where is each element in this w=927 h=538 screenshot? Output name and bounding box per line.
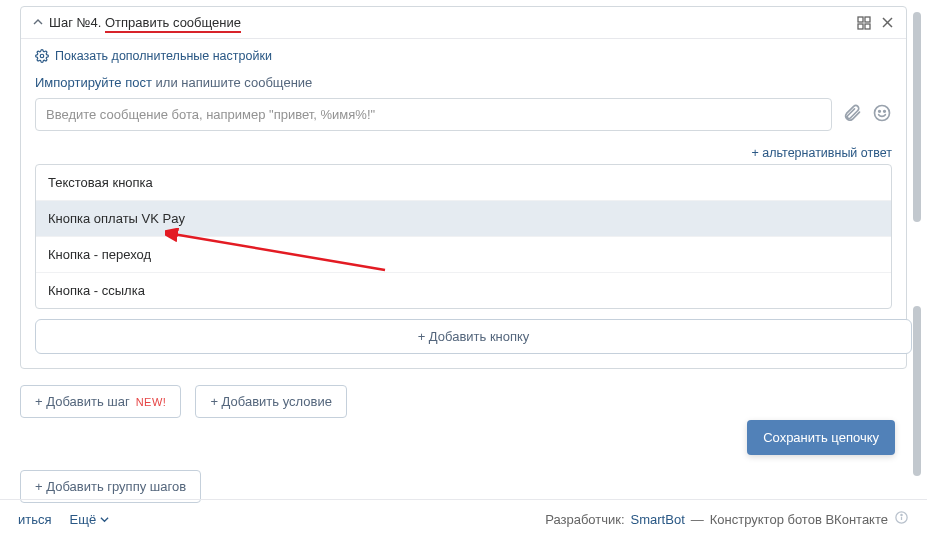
step-prefix: Шаг №4. <box>49 15 101 30</box>
attachment-icon[interactable] <box>842 103 862 126</box>
add-step-label: + Добавить шаг <box>35 394 130 409</box>
developer-link[interactable]: SmartBot <box>631 512 685 527</box>
svg-rect-1 <box>865 17 870 22</box>
scrollbar[interactable] <box>913 6 923 498</box>
dropdown-item-transition-button[interactable]: Кнопка - переход <box>36 236 891 272</box>
step-card: Шаг №4. Отправить сообщение <box>20 6 907 369</box>
chevron-down-icon <box>100 515 109 524</box>
alternative-answer-link[interactable]: + альтернативный ответ <box>752 146 892 160</box>
save-chain-button[interactable]: Сохранить цепочку <box>747 420 895 455</box>
svg-point-6 <box>40 54 44 58</box>
emoji-icon[interactable] <box>872 103 892 126</box>
step-header[interactable]: Шаг №4. Отправить сообщение <box>21 7 906 39</box>
footer-tagline: Конструктор ботов ВКонтакте <box>710 512 888 527</box>
bot-message-input[interactable]: Введите сообщение бота, например "привет… <box>35 98 832 131</box>
add-step-button[interactable]: + Добавить шаг NEW! <box>20 385 181 418</box>
show-advanced-settings-label: Показать дополнительные настройки <box>55 49 272 63</box>
svg-rect-0 <box>858 17 863 22</box>
scroll-thumb[interactable] <box>913 12 921 222</box>
add-condition-button[interactable]: + Добавить условие <box>195 385 346 418</box>
import-post-link[interactable]: Импортируйте пост <box>35 75 152 90</box>
collapse-caret-icon[interactable] <box>33 15 43 30</box>
add-button-button[interactable]: + Добавить кнопку <box>35 319 912 354</box>
bot-message-placeholder: Введите сообщение бота, например "привет… <box>46 107 375 122</box>
svg-point-9 <box>884 111 886 113</box>
svg-rect-2 <box>858 24 863 29</box>
button-type-dropdown: Текстовая кнопка Кнопка оплаты VK Pay Кн… <box>35 164 892 309</box>
footer-link-more-label: Ещё <box>70 512 97 527</box>
footer-link-more[interactable]: Ещё <box>70 512 110 527</box>
add-condition-label: + Добавить условие <box>210 394 331 409</box>
dropdown-item-vk-pay-button[interactable]: Кнопка оплаты VK Pay <box>36 200 891 236</box>
grid-icon[interactable] <box>857 16 871 30</box>
page-footer: иться Ещё Разработчик: SmartBot — Констр… <box>0 499 927 538</box>
step-title: Шаг №4. Отправить сообщение <box>49 15 241 30</box>
svg-rect-3 <box>865 24 870 29</box>
import-or-write-row: Импортируйте пост или напишите сообщение <box>35 75 892 90</box>
info-icon[interactable] <box>894 510 909 528</box>
show-advanced-settings-link[interactable]: Показать дополнительные настройки <box>35 49 892 63</box>
developer-label: Разработчик: <box>545 512 624 527</box>
footer-link-share[interactable]: иться <box>18 512 52 527</box>
add-step-group-label: + Добавить группу шагов <box>35 479 186 494</box>
footer-dash: — <box>691 512 704 527</box>
dropdown-item-text-button[interactable]: Текстовая кнопка <box>36 165 891 200</box>
svg-point-12 <box>901 514 902 515</box>
import-post-rest: или напишите сообщение <box>152 75 312 90</box>
scroll-thumb[interactable] <box>913 306 921 476</box>
dropdown-item-link-button[interactable]: Кнопка - ссылка <box>36 272 891 308</box>
step-name: Отправить сообщение <box>105 15 241 33</box>
new-badge: NEW! <box>136 396 167 408</box>
svg-point-7 <box>875 106 890 121</box>
svg-point-8 <box>879 111 881 113</box>
close-icon[interactable] <box>881 16 894 30</box>
